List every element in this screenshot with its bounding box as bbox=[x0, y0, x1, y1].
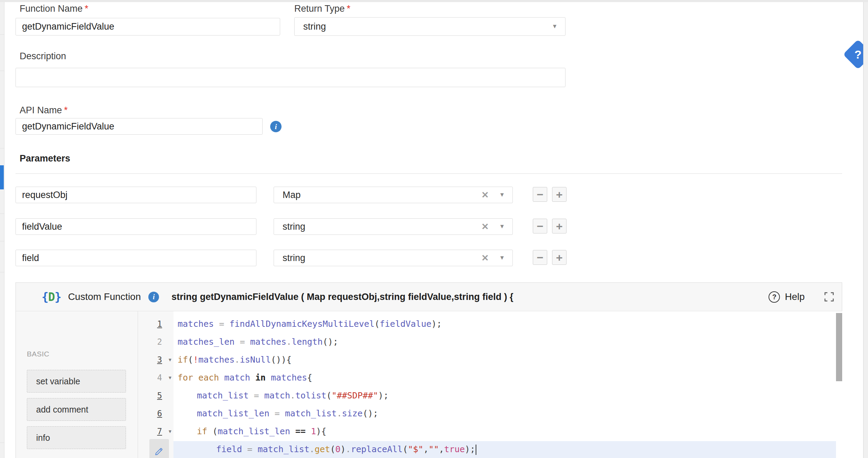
help-button[interactable]: ? Help bbox=[769, 291, 805, 303]
code-token: fieldValue bbox=[380, 319, 432, 329]
remove-parameter-button[interactable]: − bbox=[533, 219, 547, 233]
code-token: match_list bbox=[285, 408, 337, 418]
description-input[interactable] bbox=[15, 68, 565, 87]
custom-function-page: Function Name* Return Type* string ▼ Des… bbox=[0, 0, 868, 458]
edit-line-button[interactable] bbox=[149, 439, 169, 458]
code-line[interactable]: if(!matches.isNull()){ bbox=[178, 351, 292, 369]
editor-header: {D} Custom Function i string getDynamicF… bbox=[16, 283, 842, 311]
sidebar-item-set-variable[interactable]: set variable bbox=[27, 370, 126, 393]
parameter-name-input[interactable] bbox=[15, 250, 256, 266]
clear-icon[interactable]: ✕ bbox=[481, 190, 489, 200]
right-edge-strip bbox=[863, 0, 868, 458]
fold-arrow-icon[interactable]: ▾ bbox=[166, 351, 174, 369]
parameter-type-value: string bbox=[274, 253, 481, 263]
code-token: = bbox=[242, 444, 257, 454]
code-token: if bbox=[197, 426, 212, 436]
sidebar-item-add-comment[interactable]: add comment bbox=[27, 398, 126, 421]
clear-icon[interactable]: ✕ bbox=[481, 221, 489, 232]
function-name-input[interactable] bbox=[15, 18, 280, 35]
code-token: ); bbox=[465, 444, 475, 454]
line-number[interactable]: 7 bbox=[138, 423, 162, 440]
code-token: ){ bbox=[316, 426, 326, 436]
code-token: 1 bbox=[311, 426, 316, 436]
chevron-down-icon[interactable]: ▼ bbox=[499, 223, 505, 230]
code-token: ( bbox=[330, 444, 335, 454]
parameter-row: Map✕▼−+ bbox=[0, 187, 868, 203]
code-line[interactable]: matches = findAllDynamicKeysMultiLevel(f… bbox=[178, 315, 442, 333]
line-number[interactable]: 6 bbox=[138, 405, 162, 423]
code-token: size bbox=[342, 408, 362, 418]
code-token: ( bbox=[403, 444, 408, 454]
parameter-name-input[interactable] bbox=[15, 187, 256, 203]
code-token: match_list bbox=[257, 444, 309, 454]
code-token: true bbox=[444, 444, 465, 454]
left-rail-divider bbox=[0, 214, 4, 214]
code-token: field bbox=[216, 444, 242, 454]
clear-icon[interactable]: ✕ bbox=[481, 253, 489, 263]
left-rail-active-indicator[interactable] bbox=[0, 165, 4, 189]
parameter-row: string✕▼−+ bbox=[0, 250, 868, 266]
code-token: 0 bbox=[335, 444, 340, 454]
fold-arrow-icon[interactable]: ▾ bbox=[166, 423, 174, 440]
code-token: match bbox=[224, 373, 250, 383]
help-question-icon: ? bbox=[769, 291, 780, 303]
code-token: ( bbox=[326, 391, 331, 400]
line-number[interactable]: 4 bbox=[138, 369, 162, 387]
return-type-label: Return Type* bbox=[294, 3, 350, 14]
add-parameter-button[interactable]: + bbox=[552, 187, 567, 202]
custom-function-info-icon[interactable]: i bbox=[148, 292, 159, 302]
api-name-info-icon[interactable]: i bbox=[270, 121, 282, 132]
code-line[interactable]: matches_len = matches.length(); bbox=[178, 333, 338, 351]
sidebar-section-label: BASIC bbox=[27, 350, 138, 358]
code-token: ()){ bbox=[271, 355, 292, 365]
deluge-logo-icon: {D} bbox=[42, 290, 61, 304]
left-rail-divider bbox=[0, 148, 4, 148]
line-number[interactable]: 3 bbox=[138, 351, 162, 369]
fold-arrow-icon[interactable]: ▾ bbox=[166, 369, 174, 387]
code-token: ) bbox=[340, 444, 346, 454]
code-token: get bbox=[315, 444, 330, 454]
code-token: (); bbox=[322, 337, 338, 347]
code-token: . bbox=[346, 444, 351, 454]
chevron-down-icon[interactable]: ▼ bbox=[552, 23, 558, 30]
pencil-icon bbox=[155, 447, 164, 456]
line-number[interactable]: 1 bbox=[138, 315, 162, 333]
return-type-value: string bbox=[295, 21, 552, 32]
code-token: , bbox=[439, 444, 444, 454]
sidebar-item-info[interactable]: info bbox=[27, 426, 126, 449]
editor-scrollbar-thumb[interactable] bbox=[836, 313, 842, 381]
code-line[interactable]: for each match in matches{ bbox=[178, 369, 312, 387]
help-tab-question-icon: ? bbox=[855, 48, 862, 61]
parameter-type-select[interactable]: string✕▼ bbox=[274, 218, 513, 235]
code-token: = bbox=[214, 319, 229, 329]
editor-sidebar: BASICset variableadd commentinfoCONDITIO… bbox=[16, 311, 138, 458]
code-token: = bbox=[249, 391, 264, 400]
code-line[interactable]: match_list = match.tolist("##SDP##"); bbox=[197, 387, 389, 405]
add-parameter-button[interactable]: + bbox=[552, 219, 567, 233]
remove-parameter-button[interactable]: − bbox=[533, 250, 547, 265]
code-token: = bbox=[269, 408, 285, 418]
add-parameter-button[interactable]: + bbox=[552, 250, 567, 265]
top-edge-strip bbox=[0, 0, 868, 2]
code-token: matches bbox=[271, 373, 307, 383]
code-token: ( bbox=[188, 355, 193, 365]
code-token: matches bbox=[178, 319, 214, 329]
parameter-type-select[interactable]: Map✕▼ bbox=[274, 187, 513, 203]
api-name-input[interactable] bbox=[15, 118, 263, 135]
line-number[interactable]: 5 bbox=[138, 387, 162, 405]
chevron-down-icon[interactable]: ▼ bbox=[499, 191, 505, 198]
parameter-type-select[interactable]: string✕▼ bbox=[274, 250, 513, 266]
chevron-down-icon[interactable]: ▼ bbox=[499, 254, 505, 261]
code-token: in bbox=[250, 373, 271, 383]
code-line[interactable]: field = match_list.get(0).replaceAll("$"… bbox=[216, 440, 476, 458]
code-line[interactable]: match_list_len = match_list.size(); bbox=[197, 405, 378, 423]
code-token: tolist bbox=[295, 391, 326, 400]
code-line[interactable]: if (match_list_len == 1){ bbox=[197, 423, 326, 440]
remove-parameter-button[interactable]: − bbox=[533, 187, 547, 202]
help-label: Help bbox=[785, 291, 805, 302]
return-type-select[interactable]: string ▼ bbox=[294, 17, 565, 36]
line-number[interactable]: 2 bbox=[138, 333, 162, 351]
fullscreen-icon[interactable] bbox=[824, 292, 834, 302]
parameter-type-value: string bbox=[274, 221, 481, 232]
parameter-name-input[interactable] bbox=[15, 218, 256, 235]
